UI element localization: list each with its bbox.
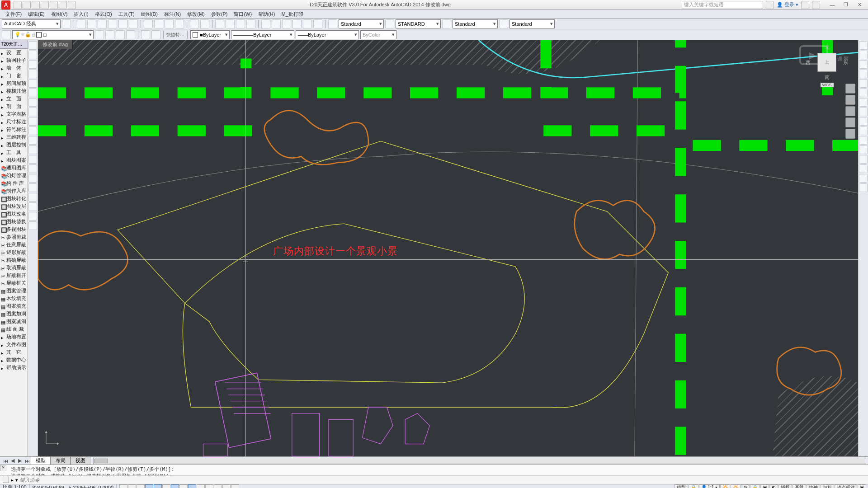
xline-icon[interactable] <box>28 51 37 59</box>
ellipse-arc-icon[interactable] <box>28 136 37 145</box>
menu-modify[interactable]: 修改(M) <box>184 10 208 18</box>
copy-obj-icon[interactable] <box>859 51 868 59</box>
trim-icon[interactable] <box>859 127 868 135</box>
status-isolate-icon[interactable]: ◐ <box>769 484 778 488</box>
grid-toggle-icon[interactable] <box>128 484 136 488</box>
minimize-button[interactable]: — <box>826 0 839 9</box>
t20-item-6[interactable]: ▸立 面 <box>0 95 28 103</box>
line-icon[interactable] <box>28 41 37 50</box>
snap-toggle-icon[interactable] <box>119 484 127 488</box>
t20-item-40[interactable]: ▸数据中心 <box>0 356 28 364</box>
menu-tools[interactable]: 工具(T) <box>116 10 137 18</box>
t20-item-23[interactable]: 🔲多视图块 <box>0 225 28 233</box>
menu-insert[interactable]: 插入(I) <box>71 10 91 18</box>
t20-item-38[interactable]: ▸文件布图 <box>0 341 28 348</box>
viewcube-west[interactable]: 西 <box>806 59 811 66</box>
nav-wheel-icon[interactable] <box>845 84 855 94</box>
t20-item-10[interactable]: ▸符号标注 <box>0 126 28 133</box>
menu-view[interactable]: 视图(V) <box>48 10 71 18</box>
otrack-toggle-icon[interactable] <box>171 484 179 488</box>
lwt-toggle-icon[interactable] <box>197 484 205 488</box>
insert-block-icon[interactable] <box>28 145 37 154</box>
open-icon[interactable] <box>23 1 31 9</box>
t20-item-35[interactable]: ▦图案减洞 <box>0 318 28 325</box>
menu-param[interactable]: 参数(P) <box>208 10 231 18</box>
quickcalc-icon[interactable] <box>313 19 322 28</box>
designcenter-icon[interactable] <box>272 19 281 28</box>
erase-icon[interactable] <box>859 41 868 50</box>
redo-btn-icon[interactable] <box>200 19 209 28</box>
layer-props-icon[interactable] <box>2 30 11 39</box>
status-annovis-icon[interactable]: 🔆 <box>720 484 730 488</box>
table-icon[interactable] <box>442 19 451 28</box>
workspace-settings-icon[interactable] <box>62 19 71 28</box>
signin-link[interactable]: 👤 登录 ▾ <box>777 1 798 8</box>
zoom-prev-icon[interactable] <box>246 19 255 28</box>
tab-next-icon[interactable]: ▶ <box>16 458 24 464</box>
t20-item-12[interactable]: ▸图层控制 <box>0 141 28 149</box>
save-file-icon[interactable] <box>98 19 107 28</box>
polyline-icon[interactable] <box>28 60 37 69</box>
t20-item-29[interactable]: ✂屏蔽框开 <box>0 272 28 279</box>
layer-prev-icon[interactable] <box>95 30 104 39</box>
qp-toggle-icon[interactable] <box>214 484 222 488</box>
matchprop-icon[interactable] <box>175 19 184 28</box>
status-cleanscreen-icon[interactable]: ▣ <box>858 484 866 488</box>
t20-item-33[interactable]: ▦图案填充 <box>0 302 28 310</box>
t20-item-5[interactable]: ▸楼梯其他 <box>0 87 28 95</box>
properties-icon[interactable] <box>261 19 270 28</box>
exchange-icon[interactable] <box>801 1 809 9</box>
undo-icon[interactable] <box>59 1 67 9</box>
restore-button[interactable]: ❐ <box>839 0 853 9</box>
array-icon[interactable] <box>859 79 868 88</box>
viewcube-north[interactable]: 北 <box>825 44 830 51</box>
rotate-icon[interactable] <box>859 98 868 107</box>
gradient-icon[interactable] <box>28 183 37 192</box>
status-dyndim-txt[interactable]: 动态标注 <box>835 484 857 488</box>
t20-panel-title[interactable]: T20天正… <box>0 40 28 49</box>
status-annoauto-icon[interactable]: 🔆 <box>731 484 741 488</box>
t20-item-24[interactable]: ✂参照剪裁 <box>0 233 28 241</box>
t20-item-36[interactable]: ▦线 面 裁 <box>0 325 28 333</box>
addselected-icon[interactable] <box>28 221 37 230</box>
sc-toggle-icon[interactable] <box>222 484 231 488</box>
command-input[interactable] <box>20 477 865 483</box>
hatch-icon[interactable] <box>28 174 37 183</box>
open-file-icon[interactable] <box>87 19 96 28</box>
nav-orbit-icon[interactable] <box>845 117 855 127</box>
layer-dropdown[interactable]: 💡❄🔓🖨□ 0 <box>12 30 94 39</box>
t20-item-13[interactable]: ▸工 具 <box>0 149 28 156</box>
arc-icon[interactable] <box>28 89 37 97</box>
workspace-dropdown[interactable]: AutoCAD 经典 <box>2 19 61 28</box>
circle-icon[interactable] <box>28 98 37 107</box>
cmd-prompt-icon[interactable] <box>3 477 9 483</box>
zoom-realtime-icon[interactable] <box>226 19 235 28</box>
rectangle-icon[interactable] <box>28 79 37 88</box>
t20-item-0[interactable]: ▸设 置 <box>0 49 28 56</box>
pan-icon[interactable] <box>215 19 224 28</box>
plot-preview-icon[interactable] <box>118 19 127 28</box>
status-toolbar-lock-icon[interactable]: 🔒 <box>750 484 760 488</box>
plot-file-icon[interactable] <box>108 19 117 28</box>
chamfer-icon[interactable] <box>859 164 868 173</box>
t20-item-21[interactable]: 🔲图块改名 <box>0 210 28 218</box>
mtext-icon[interactable] <box>28 212 37 221</box>
status-fill-txt[interactable]: 拉伸 <box>807 484 820 488</box>
offset-icon[interactable] <box>859 70 868 78</box>
nav-zoom-icon[interactable] <box>845 106 855 116</box>
move-icon[interactable] <box>859 89 868 97</box>
t20-item-32[interactable]: ▦木纹填充 <box>0 295 28 302</box>
t20-item-8[interactable]: ▸文字表格 <box>0 110 28 118</box>
t20-item-9[interactable]: ▸尺寸标注 <box>0 118 28 126</box>
status-hwaccel-icon[interactable]: ▣ <box>760 484 769 488</box>
polar-toggle-icon[interactable] <box>145 484 153 488</box>
scale-icon[interactable] <box>859 108 868 116</box>
t20-item-18[interactable]: 📚制作入库 <box>0 187 28 195</box>
osnap-toggle-icon[interactable] <box>154 484 162 488</box>
markup-icon[interactable] <box>303 19 312 28</box>
save-icon[interactable] <box>32 1 40 9</box>
t20-item-31[interactable]: ▦图案管理 <box>0 287 28 295</box>
extend-icon[interactable] <box>859 136 868 145</box>
t20-item-30[interactable]: ✂屏蔽框关 <box>0 279 28 287</box>
dimstyle-dropdown[interactable]: STANDARD <box>396 19 441 28</box>
